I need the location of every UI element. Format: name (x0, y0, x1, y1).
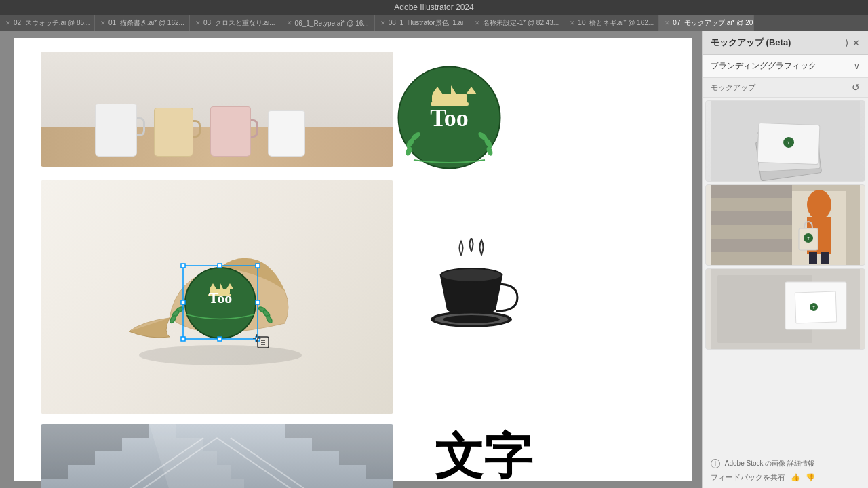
tab-close-icon[interactable]: ✕ (665, 20, 670, 26)
refresh-icon[interactable]: ↺ (852, 82, 860, 93)
tab-label: 10_橋とネギ.ai* @ 162... (578, 18, 654, 28)
tab-label: 01_描条書き.ai* @ 162... (108, 18, 184, 28)
coffee-cup-illustration (417, 238, 519, 333)
svg-rect-70 (711, 225, 792, 239)
svg-rect-69 (711, 211, 792, 225)
too-logo-circle: Too (397, 65, 502, 170)
right-panel: モックアップ (Beta) ⟩ ✕ ブランディンググラフィック ∨ モックアップ… (702, 31, 868, 488)
svg-rect-34 (432, 94, 467, 102)
artboard[interactable]: Too (0, 31, 702, 488)
svg-rect-18 (181, 300, 185, 304)
svg-rect-72 (711, 252, 792, 266)
svg-text:⊹: ⊹ (252, 332, 261, 344)
svg-rect-20 (181, 337, 185, 341)
info-icon: i (711, 459, 720, 468)
thumbs-down-icon[interactable]: 👎 (806, 473, 815, 482)
svg-text:Too: Too (430, 104, 469, 131)
svg-rect-67 (711, 184, 792, 198)
title-bar: Adobe Illustrator 2024 (0, 0, 868, 15)
svg-point-59 (807, 190, 831, 220)
svg-point-0 (139, 345, 302, 365)
sub-label: モックアップ (711, 83, 755, 93)
panel-expand-icon[interactable]: ⟩ (845, 37, 848, 48)
svg-rect-17 (256, 264, 260, 268)
tab-bridge[interactable]: ✕ 10_橋とネギ.ai* @ 162... (564, 15, 659, 31)
tab-close-icon[interactable]: ✕ (475, 20, 480, 26)
svg-rect-16 (218, 264, 222, 268)
thumbnail-list: T T (703, 98, 868, 453)
panel-sub-header: モックアップ ↺ (703, 78, 868, 98)
panel-header: モックアップ (Beta) ⟩ ✕ (703, 31, 868, 55)
svg-point-46 (441, 268, 502, 282)
tab-lines[interactable]: ✕ 01_描条書き.ai* @ 162... (95, 15, 190, 31)
stairs-svg (41, 424, 393, 488)
tab-retype[interactable]: ✕ 06_1_Retype.ai* @ 16... (281, 15, 375, 31)
panel-close-button[interactable]: ✕ (852, 38, 860, 48)
app-title: Adobe Illustrator 2024 (394, 3, 473, 12)
tab-label: 06_1_Retype.ai* @ 16... (295, 20, 369, 27)
svg-rect-62 (821, 252, 829, 264)
japanese-text: 文字 (435, 424, 532, 488)
stock-info: i Adobe Stock の画像 詳細情報 (711, 459, 860, 468)
svg-text:T: T (807, 237, 809, 241)
tab-label: 名称未設定-1* @ 82.43... (483, 18, 559, 28)
tab-bar: ✕ 02_スウォッチ.ai @ 85... ✕ 01_描条書き.ai* @ 16… (0, 15, 868, 31)
tab-close-icon[interactable]: ✕ (100, 20, 106, 26)
svg-rect-15 (181, 264, 185, 268)
building-photo (41, 424, 393, 488)
svg-rect-21 (218, 337, 222, 341)
thumbnail-item-business-cards[interactable]: T (705, 100, 865, 182)
feedback-label: フィードバックを共有 (711, 472, 785, 483)
tab-label: 07_モックアップ.ai* @ 202.43 % (673, 18, 754, 28)
tab-cross[interactable]: ✕ 03_クロスと重なり.ai... (190, 15, 281, 31)
thumbnail-item-tote-bag[interactable]: T (705, 184, 865, 266)
tab-landscape[interactable]: ✕ 08_1_Illustrator景色_1.ai (375, 15, 470, 31)
thumbs-up-icon[interactable]: 👍 (791, 473, 800, 482)
tab-close-icon[interactable]: ✕ (380, 20, 386, 26)
cap-photo: Too (41, 180, 393, 414)
tab-close-icon[interactable]: ✕ (287, 20, 292, 26)
canvas-area: Too (0, 31, 702, 488)
tab-label: 03_クロスと重なり.ai... (203, 18, 275, 28)
tab-label: 02_スウォッチ.ai @ 85... (14, 18, 90, 28)
tab-mockup[interactable]: ✕ 07_モックアップ.ai* @ 202.43 % (659, 15, 754, 31)
feedback-row: フィードバックを共有 👍 👎 (711, 472, 860, 483)
svg-text:T: T (812, 306, 814, 310)
mugs-photo (41, 52, 393, 167)
tab-close-icon[interactable]: ✕ (195, 20, 201, 26)
panel-footer: i Adobe Stock の画像 詳細情報 フィードバックを共有 👍 👎 (703, 453, 868, 488)
svg-text:Too: Too (209, 289, 233, 306)
panel-title: モックアップ (Beta) (711, 37, 791, 49)
tab-close-icon[interactable]: ✕ (5, 20, 11, 26)
svg-point-49 (443, 315, 500, 323)
panel-section-branding[interactable]: ブランディンググラフィック ∨ (703, 55, 868, 78)
thumbnail-item-paper[interactable]: T (705, 268, 865, 350)
svg-text:T: T (787, 141, 790, 145)
svg-rect-68 (711, 198, 792, 211)
svg-rect-71 (711, 239, 792, 252)
tab-label: 08_1_Illustrator景色_1.ai (389, 18, 464, 28)
section-label: ブランディンググラフィック (711, 60, 816, 72)
chevron-down-icon: ∨ (854, 62, 860, 71)
tab-untitled[interactable]: ✕ 名称未設定-1* @ 82.43... (469, 15, 564, 31)
cap-svg: Too (115, 223, 319, 372)
tab-swatches[interactable]: ✕ 02_スウォッチ.ai @ 85... (0, 15, 95, 31)
tab-close-icon[interactable]: ✕ (570, 20, 575, 26)
svg-rect-61 (809, 252, 817, 264)
stock-info-text[interactable]: Adobe Stock の画像 詳細情報 (725, 460, 814, 467)
svg-rect-19 (256, 300, 260, 304)
